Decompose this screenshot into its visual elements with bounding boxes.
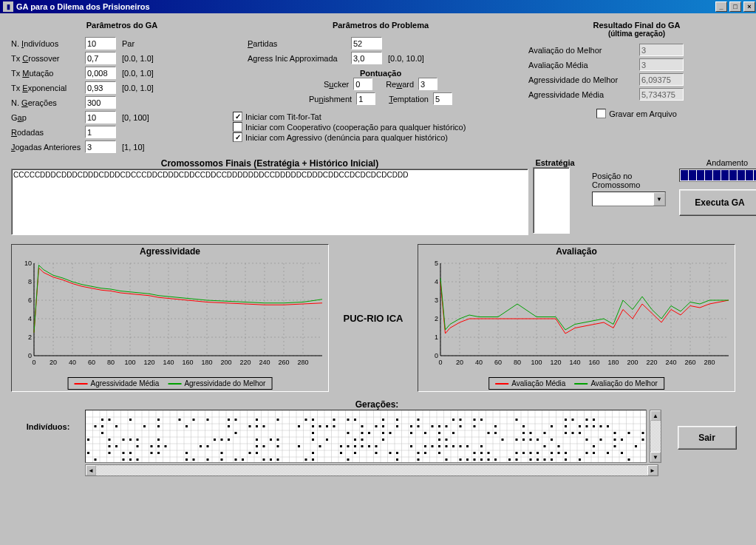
- svg-rect-328: [109, 452, 111, 454]
- maximize-button[interactable]: □: [729, 1, 741, 12]
- minimize-button[interactable]: _: [715, 1, 727, 12]
- coop-checkbox[interactable]: [233, 122, 242, 132]
- svg-rect-393: [628, 458, 630, 461]
- posicao-combobox[interactable]: ▼: [592, 192, 666, 206]
- scroll-right-icon[interactable]: ►: [647, 465, 658, 475]
- partidas-input[interactable]: [351, 37, 382, 50]
- svg-text:260: 260: [684, 359, 695, 366]
- exp-range: [0.0, 1.0]: [122, 84, 154, 92]
- svg-text:20: 20: [50, 359, 57, 366]
- svg-rect-198: [460, 419, 462, 421]
- svg-rect-261: [614, 432, 616, 434]
- crossover-input[interactable]: [85, 52, 116, 64]
- svg-rect-358: [607, 452, 609, 454]
- gap-input[interactable]: [85, 111, 116, 123]
- executa-button[interactable]: Executa GA: [679, 189, 756, 216]
- scroll-left-icon[interactable]: ◄: [86, 465, 96, 475]
- svg-rect-361: [123, 458, 125, 461]
- agress-media-label: Agressividade Média: [528, 90, 639, 99]
- svg-rect-214: [256, 425, 258, 427]
- svg-rect-210: [157, 425, 160, 427]
- svg-rect-318: [452, 445, 454, 447]
- svg-rect-190: [312, 419, 314, 421]
- svg-rect-181: [157, 419, 160, 421]
- prob-params-title: Parâmetros do Problema: [233, 21, 528, 30]
- svg-rect-208: [115, 425, 118, 427]
- aval-melhor-output: [639, 44, 684, 56]
- cromossomos-textarea[interactable]: CCCCCDDDCDDDCDDDCDDDCDCCCDDCDDDCDDCCDDCC…: [11, 169, 528, 235]
- svg-rect-367: [221, 458, 223, 461]
- svg-rect-242: [235, 432, 237, 434]
- svg-rect-289: [586, 439, 588, 441]
- svg-rect-344: [424, 452, 426, 454]
- svg-rect-373: [305, 458, 307, 461]
- svg-text:0: 0: [32, 359, 35, 366]
- svg-rect-352: [537, 452, 539, 454]
- svg-rect-239: [600, 425, 602, 427]
- svg-rect-308: [347, 445, 350, 447]
- svg-rect-294: [109, 445, 111, 447]
- svg-rect-192: [347, 419, 350, 421]
- svg-rect-284: [516, 439, 518, 441]
- jogadas-label: Jogadas Anteriores: [11, 143, 85, 152]
- app-icon: ▮: [3, 1, 13, 12]
- svg-rect-248: [389, 432, 392, 434]
- sair-button[interactable]: Sair: [678, 426, 737, 450]
- svg-text:2: 2: [28, 334, 32, 341]
- svg-text:100: 100: [124, 359, 135, 366]
- svg-rect-238: [593, 425, 595, 427]
- svg-rect-272: [228, 439, 230, 441]
- svg-text:160: 160: [182, 359, 193, 366]
- sucker-input[interactable]: [353, 78, 372, 90]
- reward-input[interactable]: [418, 78, 437, 90]
- svg-rect-254: [494, 432, 497, 434]
- svg-text:280: 280: [297, 359, 308, 366]
- temptation-label: Temptation: [389, 95, 429, 104]
- svg-rect-304: [277, 445, 279, 447]
- svg-text:40: 40: [475, 359, 483, 366]
- agress-chart-title: Agressividade: [12, 245, 328, 258]
- svg-rect-258: [565, 432, 567, 434]
- agressivo-checkbox[interactable]: ✓: [233, 132, 242, 142]
- svg-rect-269: [157, 439, 160, 441]
- svg-rect-353: [551, 452, 553, 454]
- aval-legend: Avaliação Média Avaliação do Melhor: [488, 377, 664, 390]
- svg-rect-383: [488, 458, 490, 461]
- gravar-checkbox[interactable]: [596, 109, 606, 118]
- grid-scroll-horizontal[interactable]: ◄ ►: [85, 464, 658, 476]
- exp-input[interactable]: [85, 81, 116, 94]
- mutacao-input[interactable]: [85, 67, 116, 79]
- scroll-up-icon[interactable]: ▲: [650, 410, 661, 421]
- grid-scroll-vertical[interactable]: ▲ ▼: [650, 410, 661, 463]
- temptation-input[interactable]: [433, 92, 452, 105]
- jogadas-input[interactable]: [85, 141, 116, 153]
- svg-text:40: 40: [69, 359, 76, 366]
- svg-rect-321: [480, 445, 483, 447]
- ga-params-title: Parâmetros do GA: [11, 21, 233, 30]
- svg-rect-357: [593, 452, 595, 454]
- svg-text:160: 160: [588, 359, 599, 366]
- svg-rect-182: [179, 419, 181, 421]
- agress-melhor-label: Agressividade do Melhor: [528, 75, 639, 84]
- svg-rect-370: [263, 458, 265, 461]
- close-button[interactable]: ×: [743, 1, 755, 12]
- punishment-input[interactable]: [356, 92, 375, 105]
- agress-inic-input[interactable]: [351, 52, 382, 64]
- individuos-axis-label: Indivíduos:: [11, 422, 85, 431]
- svg-rect-388: [537, 458, 539, 461]
- gap-label: Gap: [11, 113, 85, 122]
- population-grid[interactable]: ▲ ▼ ◄ ►: [85, 410, 661, 476]
- geracoes-input[interactable]: [85, 96, 116, 109]
- avaliacao-chart: Avaliação 012345020406080100120140160180…: [418, 244, 735, 392]
- svg-text:1: 1: [435, 334, 438, 341]
- agress-leg2: Agressividade do Melhor: [184, 379, 265, 387]
- agress-leg1: Agressividade Média: [91, 379, 160, 387]
- results-title: Resultado Final do GA: [528, 21, 745, 30]
- svg-rect-224: [396, 425, 398, 427]
- titfortat-checkbox[interactable]: ✓: [233, 112, 242, 121]
- rodadas-input[interactable]: [85, 126, 116, 138]
- svg-rect-234: [551, 425, 553, 427]
- scroll-down-icon[interactable]: ▼: [650, 452, 661, 462]
- svg-rect-334: [221, 452, 223, 454]
- individuos-input[interactable]: [85, 37, 116, 50]
